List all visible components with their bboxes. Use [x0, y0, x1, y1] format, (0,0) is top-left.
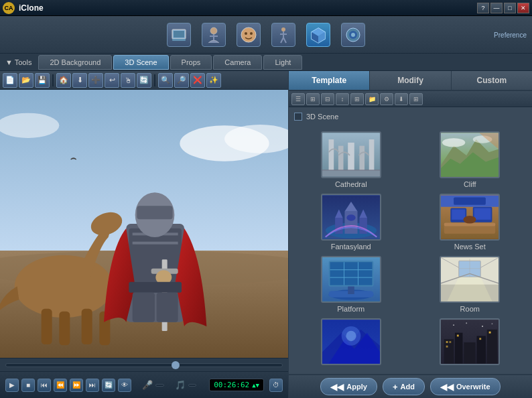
content-area: 📄 📂 💾 🏠 ⬇ ➕ ↩ 🖱 🔄 🔍 🔎 ❌ ✨ [0, 71, 532, 398]
down-btn[interactable]: ⬇ [72, 73, 87, 88]
svg-rect-95 [444, 339, 454, 363]
svg-point-106 [453, 324, 454, 326]
tab-2d-background[interactable]: 2D Background [38, 55, 112, 70]
face-icon [237, 23, 261, 47]
timeline-track[interactable] [5, 363, 283, 367]
right-icon-bar: ☰ ⊞ ⊟ ↕ ⊞ 📁 ⚙ ⬇ ⊞ [289, 91, 532, 107]
apply-button[interactable]: ◀◀ Apply [320, 378, 377, 395]
new-btn[interactable]: 📄 [3, 73, 17, 88]
titlebar: CA iClone ? — □ ✕ [0, 0, 532, 16]
loop-button[interactable]: 🔄 [102, 379, 115, 392]
tab-props[interactable]: Props [170, 55, 212, 70]
add-btn[interactable]: ➕ [88, 73, 103, 88]
apply-icon: ◀◀ [330, 382, 344, 392]
rewind-button[interactable]: ⏪ [54, 379, 67, 392]
overwrite-icon: ◀◀ [440, 382, 454, 392]
svg-rect-47 [322, 170, 380, 177]
view-list-btn[interactable]: ☰ [291, 93, 305, 105]
svg-rect-101 [450, 341, 452, 343]
zoom-in-btn[interactable]: 🔍 [158, 73, 173, 88]
home-btn[interactable]: 🏠 [56, 73, 71, 88]
rotate-btn[interactable]: 🔄 [137, 73, 151, 88]
tab-3d-scene[interactable]: 3D Scene [113, 55, 168, 70]
thumb-dark2[interactable] [413, 318, 527, 367]
save-btn[interactable]: 💾 [35, 73, 50, 88]
toolbar-tools[interactable] [338, 20, 368, 50]
toolbar-motion[interactable] [269, 20, 298, 50]
timeline-thumb[interactable] [172, 361, 180, 369]
forward-button[interactable]: ⏩ [70, 379, 83, 392]
mic-icon: 🎤 [142, 380, 153, 390]
svg-point-23 [15, 255, 113, 318]
timecode-display: 00:26:62 ▲▼ [209, 379, 264, 391]
svg-point-109 [492, 323, 493, 324]
thumb-room[interactable]: Room [413, 256, 527, 313]
close-button[interactable]: ✕ [517, 3, 529, 13]
thumb-fantasyland[interactable]: Fantasyland [294, 194, 408, 251]
scene-checkbox[interactable] [294, 113, 302, 121]
overwrite-button[interactable]: ◀◀ Overwrite [430, 378, 501, 395]
scene-icon [167, 23, 191, 47]
right-panel: Template Modify Custom ☰ ⊞ ⊟ ↕ ⊞ 📁 ⚙ ⬇ ⊞… [288, 71, 532, 398]
thumb-platform[interactable]: Platform [294, 256, 408, 313]
open-btn[interactable]: 📂 [19, 73, 34, 88]
add-button[interactable]: + Add [383, 378, 425, 395]
tab-custom[interactable]: Custom [452, 71, 532, 90]
help-button[interactable]: ? [477, 3, 489, 13]
svg-rect-59 [359, 218, 367, 234]
tab-bar: ▼ Tools 2D Background 3D Scene Props Cam… [0, 54, 532, 71]
thumb-cliff[interactable]: Cliff [413, 131, 527, 188]
undo-btn[interactable]: ↩ [105, 73, 119, 88]
minimize-button[interactable]: — [490, 3, 503, 13]
preference-label[interactable]: Preference [494, 31, 527, 38]
toolbar-3dscene[interactable] [304, 20, 333, 50]
play-button[interactable]: ▶ [5, 379, 19, 392]
music-icon: 🎵 [175, 380, 186, 390]
stop-button[interactable]: ■ [21, 379, 35, 392]
tab-template[interactable]: Template [289, 71, 370, 90]
scene-list-area: 3D Scene [289, 107, 532, 126]
import-btn[interactable]: ⬇ [395, 93, 408, 105]
next-frame-button[interactable]: ⏭ [86, 379, 99, 392]
thumb-cathedral[interactable]: Cathedral [294, 131, 408, 188]
thumbnails-area: Cathedral [289, 126, 532, 374]
right-tabs: Template Modify Custom [289, 71, 532, 91]
sort-btn[interactable]: ↕ [336, 93, 349, 105]
columns-btn[interactable]: ⊞ [409, 93, 423, 105]
thumb-img-fantasyland [321, 194, 381, 241]
tab-camera[interactable]: Camera [213, 55, 262, 70]
svg-rect-67 [474, 208, 491, 220]
clock-button[interactable]: ⏱ [269, 379, 283, 392]
tab-modify[interactable]: Modify [370, 71, 451, 90]
prev-frame-button[interactable]: ⏮ [38, 379, 51, 392]
toolbar-face[interactable] [234, 20, 263, 50]
svg-rect-34 [137, 206, 172, 219]
filter-btn[interactable]: ⊞ [350, 93, 364, 105]
svg-rect-70 [454, 197, 486, 204]
settings-btn[interactable]: ⚙ [380, 93, 393, 105]
add-folder-btn[interactable]: 📁 [365, 93, 379, 105]
view-grid-btn[interactable]: ⊞ [306, 93, 320, 105]
toolbar-avatar[interactable] [199, 20, 228, 50]
thumb-newsset[interactable]: News Set [413, 194, 527, 251]
record-button[interactable]: 👁 [118, 379, 131, 392]
fx-btn[interactable]: ✨ [206, 73, 221, 88]
volume-slider[interactable] [155, 384, 164, 387]
tab-light[interactable]: Light [263, 55, 302, 70]
view-large-btn[interactable]: ⊟ [321, 93, 334, 105]
zoom-out-btn[interactable]: 🔎 [174, 73, 189, 88]
viewport [0, 90, 288, 358]
motion-icon [271, 23, 295, 47]
avatar-icon [202, 23, 226, 47]
tools-icon [341, 23, 365, 47]
toolbar-scene[interactable] [164, 20, 194, 50]
svg-rect-73 [330, 262, 372, 285]
thumb-dark1[interactable] [294, 318, 408, 367]
svg-rect-97 [464, 342, 476, 364]
music-slider[interactable] [188, 384, 197, 387]
titlebar-controls: ? — □ ✕ [477, 3, 529, 13]
maximize-button[interactable]: □ [504, 3, 516, 13]
cursor-btn[interactable]: 🖱 [121, 73, 135, 88]
delete-btn[interactable]: ❌ [190, 73, 205, 88]
right-bottom-bar: ◀◀ Apply + Add ◀◀ Overwrite [289, 374, 532, 398]
